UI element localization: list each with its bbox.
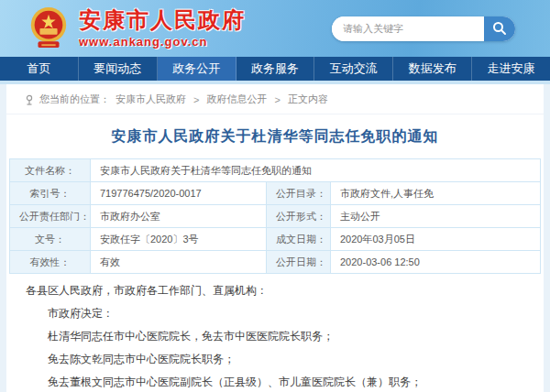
breadcrumb-separator: > bbox=[193, 94, 199, 105]
meta-value-issue-date: 2020年03月05日 bbox=[331, 228, 541, 251]
nav-item-interaction[interactable]: 互动交流 bbox=[314, 57, 393, 81]
body-paragraph: 各县区人民政府，市政府各工作部门、直属机构： bbox=[26, 283, 516, 299]
meta-value-doc-no: 安政任字〔2020〕3号 bbox=[91, 228, 267, 251]
nav-item-gov-info[interactable]: 政务公开 bbox=[158, 57, 236, 81]
search-bar bbox=[332, 16, 515, 41]
nav-item-home[interactable]: 首页 bbox=[0, 57, 79, 81]
meta-label-file-name: 文件名称： bbox=[10, 159, 91, 182]
table-row: 文号： 安政任字〔2020〕3号 成文日期： 2020年03月05日 bbox=[10, 228, 541, 251]
breadcrumb-item-gov-info[interactable]: 政府信息公开 bbox=[206, 93, 267, 106]
meta-value-publish-date: 2020-03-06 12:50 bbox=[331, 251, 541, 274]
nav-item-data[interactable]: 数据发布 bbox=[393, 57, 472, 81]
nav-item-about[interactable]: 走进安康 bbox=[472, 57, 550, 81]
document-meta-table: 文件名称： 安康市人民政府关于杜清华等同志任免职的通知 索引号： 7197764… bbox=[9, 158, 541, 274]
page-title: 安康市人民政府关于杜清华等同志任免职的通知 bbox=[6, 114, 544, 158]
meta-value-file-name: 安康市人民政府关于杜清华等同志任免职的通知 bbox=[91, 159, 541, 182]
body-paragraph: 免去董根文同志市中心医院副院长（正县级）、市儿童医院院长（兼）职务； bbox=[26, 375, 516, 390]
meta-value-department: 市政府办公室 bbox=[91, 205, 267, 228]
meta-label-doc-no: 文号： bbox=[10, 228, 91, 251]
site-title: 安康市人民政府 bbox=[79, 8, 246, 32]
nav-item-news[interactable]: 要闻动态 bbox=[79, 57, 158, 81]
breadcrumb-item-current: 正文内容 bbox=[288, 93, 328, 106]
meta-label-department: 公开责任部门： bbox=[10, 205, 91, 228]
meta-label-validity: 有效性： bbox=[10, 251, 91, 274]
content-panel: 您当前的位置： 安康市人民政府 > 政府信息公开 > 正文内容 安康市人民政府关… bbox=[6, 84, 544, 392]
search-button[interactable] bbox=[484, 16, 515, 41]
site-url: www.ankang.gov.cn bbox=[79, 36, 246, 49]
breadcrumb: 您当前的位置： 安康市人民政府 > 政府信息公开 > 正文内容 bbox=[6, 84, 544, 114]
breadcrumb-item-site[interactable]: 安康市人民政府 bbox=[116, 93, 186, 106]
search-input[interactable] bbox=[332, 16, 484, 41]
main-nav: 首页 要闻动态 政务公开 政务服务 互动交流 数据发布 走进安康 bbox=[0, 57, 550, 84]
nav-item-services[interactable]: 政务服务 bbox=[236, 57, 315, 81]
meta-value-category: 市政府文件,人事任免 bbox=[331, 182, 541, 205]
meta-label-category: 公开目录： bbox=[267, 182, 331, 205]
body-paragraph: 杜清华同志任市中心医院院长，免去市中医医院院长职务； bbox=[26, 329, 516, 344]
table-row: 有效性： 有效 公开日期： 2020-03-06 12:50 bbox=[10, 251, 541, 274]
meta-value-index-no: 719776475/2020-0017 bbox=[91, 182, 267, 205]
national-emblem-icon bbox=[28, 5, 70, 51]
meta-value-validity: 有效 bbox=[91, 251, 267, 274]
body-paragraph: 市政府决定： bbox=[26, 306, 516, 321]
search-icon bbox=[492, 21, 507, 36]
breadcrumb-prefix: 您当前的位置： bbox=[39, 93, 110, 106]
meta-label-issue-date: 成文日期： bbox=[267, 228, 331, 251]
location-icon bbox=[25, 94, 34, 105]
body-paragraph: 免去陈文乾同志市中心医院院长职务； bbox=[26, 352, 516, 367]
document-body: 各县区人民政府，市政府各工作部门、直属机构： 市政府决定： 杜清华同志任市中心医… bbox=[6, 274, 544, 392]
table-row: 文件名称： 安康市人民政府关于杜清华等同志任免职的通知 bbox=[10, 159, 541, 182]
meta-label-publish-date: 公开日期： bbox=[267, 251, 331, 274]
table-row: 公开责任部门： 市政府办公室 公开形式： 主动公开 bbox=[10, 205, 541, 228]
site-brand[interactable]: 安康市人民政府 www.ankang.gov.cn bbox=[28, 5, 246, 51]
meta-label-index-no: 索引号： bbox=[10, 182, 91, 205]
meta-label-form: 公开形式： bbox=[267, 205, 331, 228]
meta-value-form: 主动公开 bbox=[331, 205, 541, 228]
breadcrumb-separator: > bbox=[274, 94, 280, 105]
site-header: 安康市人民政府 www.ankang.gov.cn bbox=[0, 0, 550, 57]
table-row: 索引号： 719776475/2020-0017 公开目录： 市政府文件,人事任… bbox=[10, 182, 541, 205]
